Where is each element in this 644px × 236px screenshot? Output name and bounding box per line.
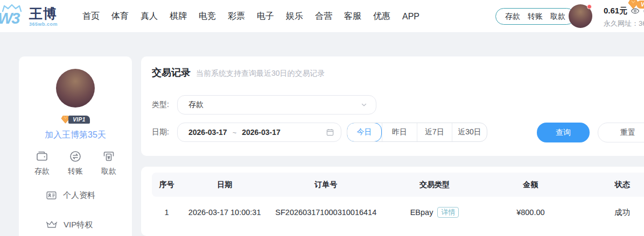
row-index: 1 [152, 208, 181, 217]
vip-level-badge: VIP1 [19, 116, 132, 124]
sidebar-item-profile[interactable]: 个人资料 [46, 190, 95, 201]
row-amount: ¥800.00 [485, 208, 576, 217]
range-30days-button[interactable]: 近30日 [452, 123, 487, 141]
nav-item-partner[interactable]: 合营 [315, 11, 332, 22]
transfer-icon [69, 150, 82, 163]
crown-icon [46, 219, 58, 231]
vip-level-label: VIP1 [68, 116, 90, 124]
date-to-value: 2026-03-17 [242, 128, 281, 137]
date-range-group: 今日 昨日 近7日 近30日 [347, 123, 487, 142]
nav-item-app[interactable]: APP [402, 12, 419, 22]
range-yesterday-button[interactable]: 昨日 [382, 123, 417, 141]
nav-item-lottery[interactable]: 彩票 [228, 11, 245, 22]
main-nav: 首页 体育 真人 棋牌 电竞 彩票 电子 娱乐 合营 客服 优惠 APP [82, 0, 419, 33]
page-subtitle: 当前系统支持查询最近30日的交易记录 [196, 69, 325, 78]
col-index: 序号 [152, 180, 181, 190]
sidebar-item-profile-label: 个人资料 [63, 190, 95, 201]
logo-mark: W3 [0, 3, 26, 30]
search-button[interactable]: 查询 [537, 123, 590, 142]
nav-item-service[interactable]: 客服 [344, 11, 361, 22]
logo-text: 王博 365wb.com [29, 7, 58, 27]
profile-sidebar: VIP1 加入王博第35天 存款 转账 取款 个人资料 [19, 56, 132, 236]
pay-type-value: EBpay [410, 208, 433, 217]
sidebar-transfer-label: 转账 [68, 167, 83, 176]
range-7days-button[interactable]: 近7日 [417, 123, 452, 141]
sidebar-deposit-action[interactable]: 存款 [25, 150, 59, 176]
permanent-url: 永久网址：365 [604, 19, 644, 28]
col-order-no: 订单号 [268, 180, 384, 190]
row-order-no: SF202603171000310016414 [268, 208, 384, 217]
date-filter-label: 日期: [152, 127, 177, 137]
range-today-button[interactable]: 今日 [347, 123, 382, 142]
col-status: 状态 [576, 180, 644, 190]
join-days-text: 加入王博第35天 [19, 130, 132, 141]
detail-button[interactable]: 详情 [437, 207, 459, 218]
col-amount: 金额 [485, 180, 576, 190]
profile-avatar[interactable] [56, 69, 95, 108]
row-status: 成功 [576, 208, 644, 218]
header-transfer-link[interactable]: 转账 [528, 12, 543, 22]
sidebar-item-vip[interactable]: VIP特权 [46, 219, 93, 231]
sidebar-withdraw-label: 取款 [101, 167, 116, 176]
date-range-input[interactable]: 2026-03-17 ~ 2026-03-17 [177, 123, 341, 142]
vip-corner-badge: VIP [628, 0, 644, 9]
nav-item-home[interactable]: 首页 [82, 11, 100, 22]
transaction-table-card: 序号 日期 订单号 交易类型 金额 状态 1 2026-03-17 10:00:… [141, 167, 644, 236]
type-filter-label: 类型: [152, 100, 177, 110]
transaction-filter-card: 交易记录 当前系统支持查询最近30日的交易记录 类型: 存款 日期: 2026-… [141, 56, 644, 156]
withdraw-icon [102, 150, 115, 163]
sidebar-quick-actions: 存款 转账 取款 [25, 150, 125, 176]
header-withdraw-link[interactable]: 取款 [550, 12, 565, 22]
notification-dot [587, 4, 592, 9]
nav-item-sports[interactable]: 体育 [111, 11, 129, 22]
col-type: 交易类型 [384, 180, 485, 190]
balance-amount: 0.61元 [604, 6, 627, 16]
chevron-down-icon [360, 101, 368, 109]
brand-domain: 365wb.com [29, 22, 58, 27]
wallet-icon [36, 150, 48, 163]
type-select-value: 存款 [188, 100, 360, 110]
sidebar-deposit-label: 存款 [34, 167, 50, 176]
nav-item-entertainment[interactable]: 娱乐 [286, 11, 303, 22]
header-wallet-pill: 存款 转账 取款 [495, 8, 575, 25]
sidebar-item-vip-label: VIP特权 [64, 220, 93, 230]
calendar-icon[interactable] [326, 128, 334, 137]
date-separator: ~ [233, 128, 237, 137]
sidebar-withdraw-action[interactable]: 取款 [92, 150, 125, 176]
brand-name: 王博 [29, 7, 58, 20]
row-datetime: 2026-03-17 10:00:31 [181, 208, 268, 217]
date-from-value: 2026-03-17 [188, 128, 227, 137]
top-header: W3 王博 365wb.com 首页 体育 真人 棋牌 电竞 彩票 电子 娱乐 … [0, 0, 644, 33]
avatar[interactable] [569, 4, 592, 28]
table-header-row: 序号 日期 订单号 交易类型 金额 状态 [152, 173, 644, 197]
reset-button[interactable]: 重置 [598, 123, 644, 142]
nav-item-board[interactable]: 棋牌 [170, 11, 187, 22]
brand-logo[interactable]: W3 王博 365wb.com [0, 3, 58, 30]
col-date: 日期 [181, 180, 268, 190]
logo-wordmark: W3 [0, 10, 19, 27]
page-title: 交易记录 [152, 66, 191, 79]
balance-block: 0.61元 永久网址：365 [604, 6, 644, 28]
vip-tag-label: VIP [636, 1, 644, 9]
nav-item-promo[interactable]: 优惠 [373, 11, 390, 22]
table-row: 1 2026-03-17 10:00:31 SF2026031710003100… [152, 197, 644, 228]
nav-item-esports[interactable]: 电竞 [199, 11, 216, 22]
type-select[interactable]: 存款 [177, 95, 376, 115]
nav-item-slots[interactable]: 电子 [257, 11, 274, 22]
header-deposit-link[interactable]: 存款 [505, 12, 520, 22]
id-card-icon [46, 190, 57, 201]
row-pay-type: EBpay 详情 [384, 207, 485, 218]
nav-item-live[interactable]: 真人 [141, 11, 158, 22]
sidebar-transfer-action[interactable]: 转账 [59, 150, 92, 176]
